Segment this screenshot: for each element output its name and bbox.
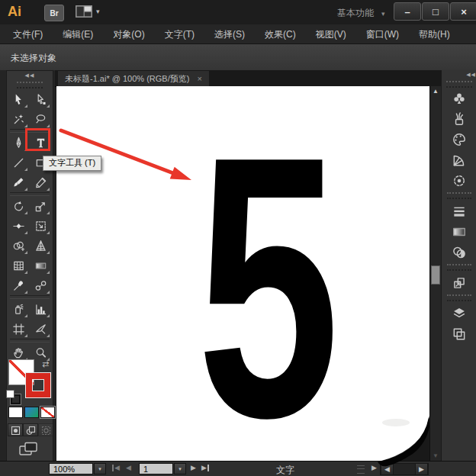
tool-lasso[interactable] [31, 109, 51, 129]
vertical-scrollbar[interactable]: ▲ ▼ [429, 86, 441, 461]
tool-row [7, 89, 53, 109]
arrange-documents-caret-icon[interactable]: ▾ [96, 8, 100, 15]
close-button[interactable]: × [450, 2, 476, 21]
default-fill-mini-swatch[interactable] [7, 391, 14, 397]
collapse-panel-icon[interactable]: ◀◀ [7, 71, 53, 80]
tool-eyedropper[interactable] [8, 275, 29, 295]
tool-shape-builder[interactable] [8, 236, 29, 256]
tab-close-icon[interactable]: × [197, 74, 201, 83]
menu-item-effect[interactable]: 效果(C) [255, 24, 306, 44]
panel-drag-grip[interactable] [17, 82, 43, 88]
tool-blend[interactable] [31, 275, 51, 295]
tool-paintbrush[interactable] [8, 172, 29, 192]
document-tab[interactable]: 未标题-1.ai* @ 100% (RGB/预览) × [58, 71, 209, 86]
artboards-icon [452, 326, 467, 342]
dock-button-symbols[interactable] [442, 88, 476, 108]
tool-magic-wand[interactable] [8, 109, 29, 129]
dock-group-grip[interactable] [447, 192, 471, 199]
tool-line-segment[interactable] [8, 153, 29, 172]
gradient-icon [452, 224, 467, 240]
menu-item-edit[interactable]: 编辑(E) [53, 24, 103, 44]
scroll-down-icon[interactable]: ▼ [430, 452, 441, 459]
control-bar: 未选择对象 ▾ ▾ 描边 ▲ ▼ 1 pt ▾ 等比 ▾ • 5 点圆形 ▾ [0, 44, 476, 71]
tool-slice[interactable] [31, 319, 51, 339]
illustrator-logo: Ai [8, 4, 21, 20]
dock-button-stroke[interactable] [442, 201, 476, 221]
menu-item-window[interactable]: 窗口(W) [356, 24, 409, 44]
artboard-number-field[interactable]: 1 [139, 463, 173, 474]
expand-panels-icon[interactable]: ◀◀ [442, 70, 476, 79]
tool-row [7, 236, 53, 256]
symbol-sprayer-icon [12, 303, 25, 316]
none-button[interactable] [40, 407, 55, 418]
tool-perspective-grid[interactable] [31, 236, 51, 256]
menu-item-help[interactable]: 帮助(H) [409, 24, 460, 44]
last-page-button[interactable]: ▶ [201, 464, 209, 471]
zoom-dropdown-icon[interactable]: ▾ [94, 463, 106, 474]
tool-scale[interactable] [31, 196, 51, 216]
dock-button-transparency[interactable] [442, 242, 476, 262]
dock-button-appearance[interactable] [442, 272, 476, 293]
dock-drag-grip[interactable] [446, 81, 472, 88]
selection-status: 未选择对象 [11, 52, 56, 65]
tool-free-transform[interactable] [31, 216, 51, 236]
menu-item-select[interactable]: 选择(S) [204, 24, 255, 44]
gradient-button[interactable] [24, 407, 39, 418]
draw-normal-button[interactable] [8, 423, 23, 436]
dock-button-gradient[interactable] [442, 221, 476, 242]
stroke-icon [452, 204, 467, 219]
tool-artboard[interactable] [8, 319, 29, 339]
status-bar: 100% ▾ ◀ ◀ 1 ▾ ▶ ▶ 文字 ▶ ◀ ▶ [0, 461, 476, 476]
tool-tooltip: 文字工具 (T) [43, 156, 101, 171]
dock-group-grip[interactable] [447, 264, 471, 271]
dock-button-color[interactable] [442, 129, 476, 150]
draw-inside-button[interactable] [38, 423, 53, 436]
artboard-dropdown-icon[interactable]: ▾ [174, 463, 186, 474]
tool-gradient[interactable] [31, 256, 51, 275]
scroll-left-icon[interactable]: ◀ [381, 463, 394, 475]
color-button[interactable] [8, 407, 23, 418]
tool-column-graph[interactable] [31, 299, 51, 319]
dock-group-grip[interactable] [447, 294, 471, 301]
tool-selection[interactable] [8, 89, 29, 109]
draw-behind-button[interactable] [23, 423, 38, 436]
menu-item-view[interactable]: 视图(V) [306, 24, 356, 44]
tool-direct-selection[interactable] [31, 89, 51, 109]
dock-button-color-guide[interactable] [442, 150, 476, 170]
previous-page-button[interactable]: ◀ [126, 464, 131, 471]
tool-mesh[interactable] [8, 256, 29, 275]
tool-symbol-sprayer[interactable] [8, 299, 29, 319]
stroke-color-indicator[interactable] [26, 373, 50, 397]
document-tabbar: 未标题-1.ai* @ 100% (RGB/预览) × [55, 70, 441, 87]
menu-item-file[interactable]: 文件(F) [3, 24, 53, 44]
dock-button-layers[interactable] [442, 303, 476, 323]
screen-mode-icon[interactable] [18, 441, 39, 457]
tool-rotate[interactable] [8, 196, 29, 216]
dock-button-artboards[interactable] [442, 323, 476, 344]
scroll-right-icon[interactable]: ▶ [415, 463, 428, 475]
vertical-scroll-thumb[interactable] [431, 265, 440, 285]
maximize-button[interactable]: □ [422, 2, 449, 21]
tool-row [7, 299, 53, 319]
workspace-switcher[interactable]: 基本功能▾ [337, 7, 385, 20]
dock-button-brushes[interactable] [442, 108, 476, 129]
next-page-button[interactable]: ▶ [191, 464, 196, 471]
arrange-documents-icon[interactable] [75, 5, 95, 20]
scroll-right-mini-icon[interactable]: ▶ [371, 464, 377, 471]
bridge-button[interactable]: Br [44, 5, 64, 21]
zoom-level-field[interactable]: 100% [49, 463, 93, 474]
dock-button-stroke-style[interactable] [442, 170, 476, 191]
tool-pencil[interactable] [31, 172, 51, 192]
scroll-up-icon[interactable]: ▲ [430, 88, 441, 95]
highlight-box-type-tool [25, 128, 50, 151]
tool-width-tool[interactable] [8, 216, 29, 236]
number-glyph: 5 [197, 86, 339, 461]
minimize-button[interactable]: – [394, 2, 421, 21]
draw-behind-icon [26, 425, 36, 435]
menu-item-type[interactable]: 文字(T) [155, 24, 204, 44]
swap-fill-stroke-icon[interactable]: ⇄ [42, 359, 49, 369]
blend-icon [34, 279, 47, 292]
artboard-canvas[interactable]: 5 [56, 86, 429, 461]
menu-item-object[interactable]: 对象(O) [103, 24, 154, 44]
first-page-button[interactable]: ◀ [112, 464, 120, 471]
